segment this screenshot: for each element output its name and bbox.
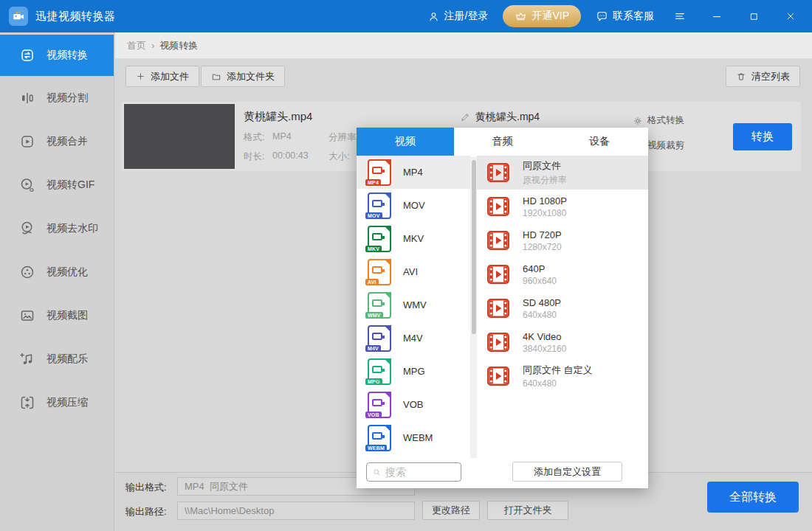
resolution-item[interactable]: HD 720P 1280x720 — [477, 223, 648, 257]
sidebar-item[interactable]: 视频合并 — [0, 119, 114, 163]
format-item[interactable]: WEBM WEBM — [357, 421, 470, 454]
change-path-button[interactable]: 更改路径 — [422, 501, 480, 520]
format-convert-action[interactable]: 格式转换 — [633, 114, 684, 127]
format-item[interactable]: WMV WMV — [357, 288, 470, 322]
format-item[interactable]: MP4 MP4 — [357, 156, 470, 189]
crown-icon — [515, 10, 527, 23]
format-item[interactable]: MOV MOV — [357, 189, 470, 222]
contact-support-button[interactable]: 联系客服 — [596, 10, 654, 23]
person-icon — [427, 10, 440, 23]
format-item[interactable]: MKV MKV — [357, 222, 470, 255]
resolution-item[interactable]: 同原文件 自定义 640x480 — [477, 359, 648, 393]
output-format-label: 输出格式: — [125, 481, 167, 494]
breadcrumb-home[interactable]: 首页 — [127, 39, 146, 52]
film-play-icon — [487, 265, 509, 284]
format-list-scrollbar[interactable] — [470, 157, 477, 458]
add-folder-button[interactable]: 添加文件夹 — [201, 66, 285, 87]
format-item[interactable]: AVI AVI — [357, 255, 470, 288]
sidebar: 视频转换 视频分割 视频合并 G 视频转GIF 视频去水印 视频优化 视频截图 … — [0, 32, 114, 531]
format-file-icon: MKV — [368, 226, 391, 252]
format-search-box[interactable] — [366, 462, 461, 482]
video-merge-icon — [18, 133, 36, 150]
add-custom-settings-button[interactable]: 添加自定义设置 — [512, 462, 622, 482]
format-file-icon: AVI — [368, 259, 391, 285]
format-file-icon: WMV — [368, 292, 391, 319]
login-button[interactable]: 注册/登录 — [427, 10, 489, 23]
open-vip-button[interactable]: 开通VIP — [503, 5, 581, 27]
minimize-button[interactable] — [706, 6, 728, 27]
format-file-icon: VOB — [368, 392, 391, 418]
convert-button[interactable]: 转换 — [733, 123, 792, 150]
film-play-icon — [487, 299, 509, 318]
popup-tab[interactable]: 视频 — [357, 128, 454, 156]
search-input[interactable] — [385, 466, 448, 478]
resolution-item[interactable]: 同原文件 原视分辨率 — [477, 156, 648, 190]
gear-icon — [633, 116, 643, 126]
format-popup: 视频 音频 设备 MP4 MP4 MOV MOV — [357, 128, 648, 488]
format-item[interactable]: VOB VOB — [357, 388, 470, 421]
popup-tab[interactable]: 设备 — [551, 128, 648, 156]
trash-icon — [736, 72, 746, 82]
format-file-icon: WEBM — [368, 425, 391, 451]
format-item[interactable]: MPG MPG — [357, 355, 470, 388]
folder-icon — [211, 72, 221, 82]
video-remove-watermark-icon — [18, 220, 36, 237]
format-file-icon: MP4 — [368, 159, 391, 186]
popup-tab[interactable]: 音频 — [454, 128, 551, 156]
add-file-button[interactable]: 添加文件 — [125, 66, 199, 87]
output-path-field[interactable] — [177, 502, 415, 520]
sidebar-item[interactable]: 视频压缩 — [0, 381, 114, 424]
duration-label: 时长: — [244, 150, 264, 163]
video-split-icon — [18, 89, 36, 107]
app-title: 迅捷视频转换器 — [35, 10, 116, 24]
format-list: MP4 MP4 MOV MOV MKV MKV — [357, 156, 470, 454]
video-compress-icon — [18, 394, 36, 412]
film-play-icon — [487, 333, 509, 352]
titlebar: 迅捷视频转换器 注册/登录 开通VIP 联系客服 — [0, 0, 812, 32]
video-thumbnail — [124, 104, 235, 169]
breadcrumb-current: 视频转换 — [159, 39, 198, 52]
open-folder-button[interactable]: 打开文件夹 — [487, 501, 568, 520]
format-value: MP4 — [272, 131, 292, 142]
sidebar-item[interactable]: 视频配乐 — [0, 337, 114, 381]
plus-icon — [136, 72, 145, 81]
format-file-icon: MPG — [368, 358, 391, 385]
video-music-icon — [18, 350, 36, 368]
film-play-icon — [487, 163, 509, 182]
film-play-icon — [487, 197, 509, 216]
chat-icon — [596, 10, 608, 23]
file-title: 黄桃罐头.mp4 — [244, 110, 312, 124]
maximize-button[interactable] — [743, 6, 765, 27]
sidebar-item[interactable]: 视频转换 — [0, 35, 114, 76]
resolution-item[interactable]: 4K Video 3840x2160 — [477, 325, 648, 359]
breadcrumb-separator: › — [151, 40, 154, 51]
sidebar-item[interactable]: 视频去水印 — [0, 206, 114, 250]
clear-list-button[interactable]: 清空列表 — [726, 66, 800, 87]
size-label: 大小: — [328, 150, 349, 163]
format-file-icon: M4V — [368, 325, 391, 352]
menu-icon[interactable] — [669, 6, 691, 27]
sidebar-item[interactable]: 视频优化 — [0, 250, 114, 294]
video-screenshot-icon — [18, 307, 36, 324]
sidebar-item[interactable]: 视频截图 — [0, 294, 114, 337]
resolution-list: 同原文件 原视分辨率 HD 1080P 1920x10 — [477, 156, 648, 393]
breadcrumb: 首页 › 视频转换 — [115, 32, 812, 59]
sidebar-item[interactable]: G 视频转GIF — [0, 163, 114, 206]
resolution-item[interactable]: 640P 960x640 — [477, 257, 648, 291]
svg-text:G: G — [30, 187, 34, 193]
close-button[interactable] — [780, 6, 802, 27]
convert-all-button[interactable]: 全部转换 — [707, 482, 799, 513]
output-filename[interactable]: 黄桃罐头.mp4 — [460, 111, 540, 124]
resolution-item[interactable]: SD 480P 640x480 — [477, 291, 648, 325]
resolution-item[interactable]: HD 1080P 1920x1080 — [477, 190, 648, 223]
video-to-gif-icon: G — [18, 176, 36, 194]
video-optimize-icon — [18, 263, 36, 281]
duration-value: 00:00:43 — [272, 150, 309, 161]
video-convert-icon — [18, 46, 36, 64]
format-label: 格式: — [244, 131, 264, 144]
format-item[interactable]: M4V M4V — [357, 322, 470, 355]
scrollbar-thumb[interactable] — [472, 160, 476, 334]
sidebar-item[interactable]: 视频分割 — [0, 76, 114, 119]
film-play-icon — [487, 367, 509, 386]
popup-tabs: 视频 音频 设备 — [357, 128, 648, 156]
